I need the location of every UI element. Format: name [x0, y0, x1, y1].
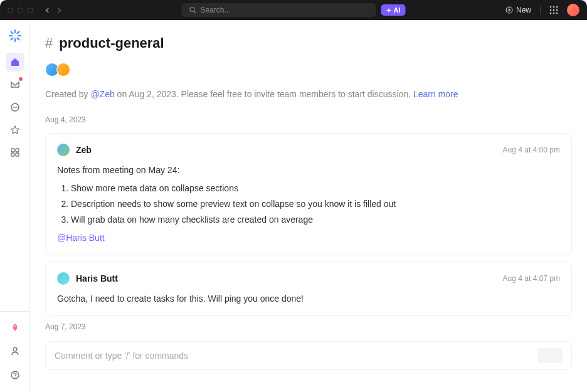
svg-line-1: [194, 11, 196, 13]
svg-rect-28: [11, 153, 14, 156]
hash-icon: #: [45, 35, 53, 51]
svg-point-8: [550, 9, 552, 11]
svg-point-25: [16, 107, 18, 108]
list-item: Will grab data on how many checklists ar…: [71, 213, 560, 226]
app-logo-icon[interactable]: [8, 29, 22, 43]
back-button[interactable]: [45, 8, 50, 13]
svg-point-6: [553, 6, 555, 8]
svg-point-32: [11, 371, 19, 379]
svg-point-10: [556, 9, 558, 11]
svg-point-24: [14, 107, 16, 108]
learn-more-link[interactable]: Learn more: [413, 89, 458, 99]
dashboard-icon: [10, 147, 20, 157]
date-separator: Aug 7, 2023: [45, 322, 572, 331]
message-timestamp: Aug 4 at 4:00 pm: [503, 146, 560, 154]
channel-meta: Created by @Zeb on Aug 2, 2023. Please f…: [45, 89, 572, 99]
svg-point-31: [13, 347, 17, 351]
svg-point-0: [190, 8, 194, 12]
member-avatars[interactable]: [45, 63, 572, 77]
person-icon: [10, 346, 20, 356]
svg-line-21: [11, 38, 13, 40]
creator-link[interactable]: @Zeb: [90, 89, 114, 99]
nav-arrows: [45, 8, 62, 13]
divider: [540, 6, 541, 14]
svg-rect-26: [11, 149, 14, 152]
comment-input[interactable]: [55, 351, 537, 361]
maximize-window-icon[interactable]: [28, 8, 33, 13]
svg-point-13: [556, 13, 558, 14]
user-avatar[interactable]: [567, 4, 579, 16]
apps-icon[interactable]: [549, 6, 558, 14]
main-content: # product-general Created by @Zeb on Aug…: [30, 20, 587, 392]
sidebar-upgrade[interactable]: [6, 318, 24, 337]
svg-rect-27: [16, 149, 19, 152]
message-body: Gotcha, I need to create tasks for this.…: [57, 292, 560, 305]
send-button[interactable]: [537, 348, 563, 363]
sidebar-more[interactable]: [6, 98, 24, 117]
search-input[interactable]: Search...: [182, 3, 376, 17]
titlebar-right: New: [505, 4, 579, 16]
close-window-icon[interactable]: [8, 8, 13, 13]
comment-composer[interactable]: [45, 341, 572, 370]
forward-button[interactable]: [56, 8, 62, 13]
sidebar-profile[interactable]: [6, 342, 24, 361]
sidebar: [0, 20, 30, 392]
sidebar-home[interactable]: [6, 53, 24, 72]
ai-button[interactable]: AI: [381, 4, 406, 16]
search-bar: Search... AI: [182, 3, 406, 17]
message-header: Zeb Aug 4 at 4:00 pm: [57, 144, 560, 156]
star-icon: [10, 125, 20, 135]
svg-point-9: [553, 9, 555, 11]
message-timestamp: Aug 4 at 4:07 pm: [503, 274, 560, 283]
svg-point-30: [14, 326, 16, 327]
notification-badge: [19, 77, 23, 81]
titlebar: Search... AI New: [0, 0, 587, 20]
svg-line-18: [11, 32, 13, 34]
svg-line-19: [17, 38, 19, 40]
sidebar-bottom: [0, 311, 29, 384]
svg-point-11: [550, 13, 552, 14]
sidebar-help[interactable]: [6, 366, 24, 384]
svg-point-7: [556, 6, 558, 8]
author-name: Zeb: [76, 145, 92, 155]
sidebar-inbox[interactable]: [6, 75, 24, 94]
author-avatar[interactable]: [57, 144, 70, 156]
svg-point-33: [14, 377, 15, 378]
minimize-window-icon[interactable]: [18, 8, 23, 13]
sidebar-dashboard[interactable]: [6, 143, 24, 162]
notes-list: Show more meta data on collapse sections…: [71, 182, 560, 226]
message-card: Zeb Aug 4 at 4:00 pm Notes from meeting …: [45, 133, 572, 255]
window-controls: [8, 8, 33, 13]
svg-rect-29: [16, 153, 19, 156]
list-item: Show more meta data on collapse sections: [71, 182, 560, 195]
author-avatar[interactable]: [57, 272, 70, 285]
sparkle-icon: [386, 8, 392, 13]
date-separator: Aug 4, 2023: [45, 115, 572, 124]
svg-point-5: [550, 6, 552, 8]
mention[interactable]: @Haris Butt: [57, 233, 105, 243]
new-button[interactable]: New: [505, 6, 531, 14]
channel-name: product-general: [59, 35, 164, 51]
list-item: Description needs to show some preview t…: [71, 198, 560, 211]
author-name: Haris Butt: [76, 273, 118, 283]
member-avatar[interactable]: [56, 63, 70, 77]
home-icon: [10, 57, 20, 67]
plus-icon: [505, 6, 513, 14]
svg-point-23: [13, 107, 14, 108]
inbox-icon: [10, 80, 20, 90]
search-icon: [189, 6, 197, 14]
rocket-icon: [10, 322, 20, 332]
message-header: Haris Butt Aug 4 at 4:07 pm: [57, 272, 560, 285]
svg-line-20: [17, 32, 19, 34]
message-body: Notes from meeting on May 24: Show more …: [57, 164, 560, 245]
svg-point-12: [553, 13, 555, 14]
sidebar-favorites[interactable]: [6, 120, 24, 139]
search-placeholder: Search...: [201, 6, 231, 14]
message-card: Haris Butt Aug 4 at 4:07 pm Gotcha, I ne…: [45, 262, 572, 316]
more-icon: [10, 102, 20, 112]
help-icon: [10, 370, 20, 380]
channel-header: # product-general: [45, 35, 572, 51]
